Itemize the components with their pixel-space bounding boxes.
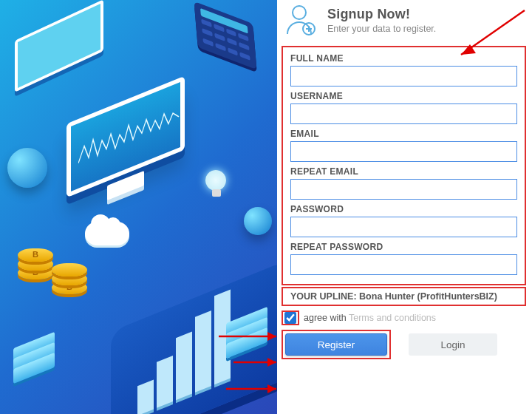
- repeat-email-label: REPEAT EMAIL: [290, 166, 517, 177]
- username-input[interactable]: [290, 104, 517, 124]
- user-add-icon: [283, 3, 317, 37]
- fullname-input[interactable]: [290, 66, 517, 86]
- monitor-icon: [66, 100, 207, 211]
- repeat-password-input[interactable]: [290, 254, 517, 275]
- signup-form: FULL NAME USERNAME EMAIL REPEAT EMAIL PA…: [282, 46, 526, 285]
- laptop-icon: [15, 0, 126, 107]
- signup-panel: Signup Now! Enter your data to register.…: [277, 0, 532, 414]
- terms-text: agree with Terms and conditions: [304, 313, 436, 323]
- repeat-password-label: REPEAT PASSWORD: [290, 242, 517, 252]
- sphere-decoration: [7, 148, 47, 188]
- upline-label: YOUR UPLINE:: [290, 291, 357, 302]
- signup-title: Signup Now!: [327, 7, 436, 22]
- register-button[interactable]: Register: [285, 333, 387, 356]
- terms-link[interactable]: Terms and conditions: [349, 313, 436, 323]
- username-label: USERNAME: [290, 91, 517, 101]
- password-input[interactable]: [290, 217, 517, 237]
- upline-row: YOUR UPLINE: Bona Hunter (ProfitHuntersB…: [282, 287, 526, 306]
- terms-checkbox[interactable]: [284, 312, 296, 324]
- email-input[interactable]: [290, 141, 517, 162]
- repeat-email-input[interactable]: [290, 179, 517, 200]
- signup-subtitle: Enter your data to register.: [327, 24, 436, 34]
- terms-checkbox-highlight: [282, 310, 299, 325]
- login-button[interactable]: Login: [409, 333, 497, 356]
- server-stack-icon: [13, 340, 65, 407]
- coins-icon: [18, 222, 106, 303]
- password-label: PASSWORD: [290, 204, 517, 214]
- lightbulb-icon: [205, 170, 228, 200]
- chart-wave-icon: [78, 99, 182, 171]
- server-stack-icon: [226, 315, 277, 381]
- email-label: EMAIL: [290, 129, 517, 139]
- fullname-label: FULL NAME: [290, 53, 517, 64]
- register-button-highlight: Register: [282, 330, 391, 359]
- terms-row: agree with Terms and conditions: [282, 310, 526, 325]
- calculator-icon: [194, 1, 257, 69]
- svg-point-0: [293, 6, 306, 19]
- upline-value: Bona Hunter (ProfitHuntersBIZ): [359, 291, 497, 302]
- button-row: Register Login: [282, 330, 526, 359]
- hero-illustration: [0, 0, 277, 414]
- sphere-decoration: [244, 207, 272, 235]
- signup-header: Signup Now! Enter your data to register.: [277, 0, 532, 44]
